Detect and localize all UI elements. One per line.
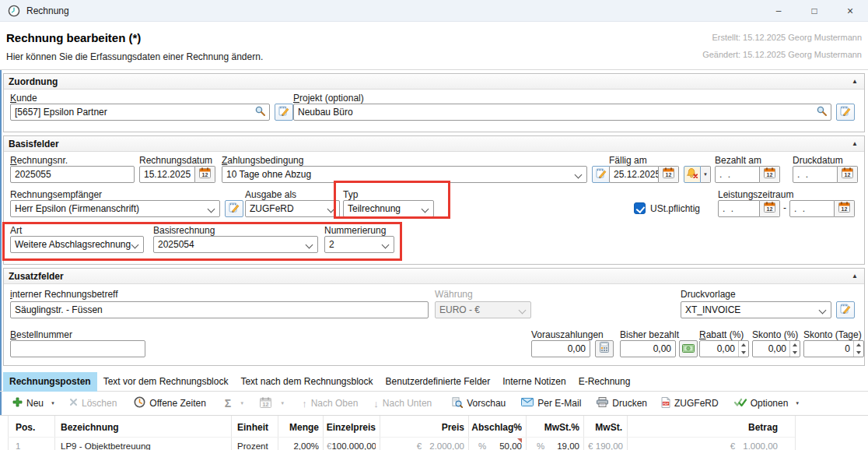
vorschau-button[interactable]: Vorschau [452,397,506,410]
pencil-icon [840,105,851,119]
faellig-am-input[interactable]: 25.12.2025 [609,166,659,183]
tab-rechnungsposten[interactable]: Rechnungsposten [3,372,97,392]
cell-mwst: € 190,00 [588,438,623,450]
druckvorlage-edit-button[interactable] [836,301,855,318]
reminder-bell-button[interactable] [684,166,701,183]
svg-text:12: 12 [845,172,851,178]
delete-x-icon [69,398,78,409]
double-check-icon [734,398,747,410]
faellig-am-calendar-button[interactable]: 12 [659,166,679,183]
stepper-arrows[interactable] [738,341,748,357]
drucken-button[interactable]: Drucken [597,397,647,410]
summe-button[interactable]: Σ [225,397,231,410]
items-toolbar: Neu ▼ Löschen Offene Zeiten Σ ▼ 12 ▼ ↑ N… [0,392,868,416]
druckvorlage-select[interactable]: XT_INVOICE [681,301,831,318]
col-einheit[interactable]: Einheit [237,418,276,437]
col-bezeichnung[interactable]: Bezeichnung [61,418,228,437]
optionen-button[interactable]: Optionen [734,398,789,410]
tab-text-vor-rechnungsblock[interactable]: Text vor dem Rechnungsblock [97,372,235,392]
betreff-input[interactable]: Säuglingstr. - Füssen [10,301,429,318]
projekt-input[interactable]: Neubau Büro [293,104,831,121]
calendar-icon: 12 [842,167,853,181]
arrow-down-icon: ↓ [373,398,379,410]
skonto-prozent-stepper[interactable]: 0,00 [752,340,800,357]
bisher-bezahlt-money-button[interactable] [679,340,698,357]
per-email-button[interactable]: Per E-Mail [521,398,581,409]
page-title: Rechnung bearbeiten (*) [6,31,141,44]
skonto-tage-stepper[interactable]: 0 [803,340,864,357]
maximize-button[interactable]: □ [796,0,832,22]
waehrung-label: Währung [435,289,473,300]
tab-text-nach-rechnungsblock[interactable]: Text nach dem Rechnungsblock [234,372,379,392]
bezahlt-am-calendar-button[interactable]: 12 [760,166,780,183]
bezahlt-am-input[interactable]: . . [715,166,760,183]
printer-icon [597,397,608,410]
druckdatum-calendar-button[interactable]: 12 [838,166,858,183]
currency-symbol: € [588,438,593,450]
bestellnummer-input[interactable] [10,340,145,357]
neu-dropdown-icon[interactable]: ▼ [51,401,55,406]
leistung-von-input[interactable]: . . [718,200,760,217]
reminder-dropdown-button[interactable]: ▼ [701,166,711,183]
kunde-edit-button[interactable] [275,104,293,121]
rabatt-stepper[interactable]: 0,00 [699,340,749,357]
vorauszahlungen-calc-button[interactable] [595,340,614,357]
tab-benutzerdefinierte-felder[interactable]: Benutzerdefinierte Felder [380,372,497,392]
app-clock-icon [8,5,20,17]
rechnungsempfaenger-edit-button[interactable] [225,200,243,217]
rechnungsdatum-input[interactable]: 15.12.2025 [139,166,195,183]
col-preis[interactable]: Preis [380,418,464,437]
rechnungsnr-input[interactable]: 2025055 [10,166,135,183]
collapse-zusatzfelder-icon[interactable]: ▲ [852,272,858,280]
collapse-zuordnung-icon[interactable]: ▲ [852,78,858,86]
vorauszahlungen-input[interactable]: 0,00 [531,340,590,357]
bisher-bezahlt-label: Bisher bezahlt [620,329,679,340]
projekt-edit-button[interactable] [836,104,855,121]
ausgabe-als-select[interactable]: ZUGFeRD [245,200,340,217]
minimize-button[interactable]: – [761,0,796,22]
leistung-bis-input[interactable]: . . [789,200,835,217]
cell-menge: 2,00% [278,438,319,450]
pencil-icon [278,105,289,119]
bisher-bezahlt-input[interactable]: 0,00 [620,340,676,357]
collapse-basisfelder-icon[interactable]: ▲ [852,140,858,148]
col-betrag[interactable]: Betrag [627,418,778,437]
leistung-bis-calendar-button[interactable]: 12 [835,200,855,217]
nach-unten-button[interactable]: ↓ Nach Unten [373,398,432,410]
stepper-arrows[interactable] [789,341,800,357]
offene-zeiten-button[interactable]: Offene Zeiten [134,396,206,410]
col-menge[interactable]: Menge [278,418,319,437]
tab-e-rechnung[interactable]: E-Rechnung [572,372,637,392]
col-einzelpreis[interactable]: Einzelpreis [323,418,376,437]
zugferd-button[interactable]: PDF ZUGFeRD [661,397,719,410]
svg-text:12: 12 [666,172,672,178]
kunde-input[interactable]: [5657] Epsilon Partner [10,104,270,121]
col-abschlag[interactable]: Abschlag% [468,418,522,437]
col-pos[interactable]: Pos. [16,418,51,437]
close-button[interactable]: × [832,0,868,22]
rechnungsempfaenger-select[interactable]: Herr Epsilon (Firmenanschrift) [10,200,220,217]
rechnungsempfaenger-label: Rechnungsempfänger [10,189,102,200]
svg-text:12: 12 [767,172,773,178]
neu-button[interactable]: Neu [12,397,44,410]
nach-oben-button[interactable]: ↑ Nach Oben [302,398,358,410]
loeschen-button[interactable]: Löschen [69,398,117,409]
stepper-arrows[interactable] [853,341,863,357]
ust-pflichtig-checkbox[interactable] [634,202,646,214]
title-bar: Rechnung – □ × [0,0,868,22]
zahlungsbedingung-edit-button[interactable] [592,166,611,183]
optionen-dropdown-icon[interactable]: ▼ [795,401,800,406]
search-icon[interactable] [817,106,827,118]
search-icon[interactable] [255,106,265,118]
rechnungsdatum-calendar-button[interactable]: 12 [195,166,215,183]
kalender-button[interactable]: 12 [260,397,271,410]
summe-dropdown-icon[interactable]: ▼ [240,401,244,406]
druckdatum-input[interactable]: . . [793,166,838,183]
col-mwst[interactable]: MwSt. [583,418,622,437]
col-mwst-prozent[interactable]: MwSt.% [526,418,579,437]
kalender-dropdown-icon[interactable]: ▼ [280,401,285,406]
pdf-icon: PDF [661,397,670,410]
calculator-icon [600,342,609,356]
tab-interne-notizen[interactable]: Interne Notizen [496,372,572,392]
leistung-von-calendar-button[interactable]: 12 [760,200,780,217]
